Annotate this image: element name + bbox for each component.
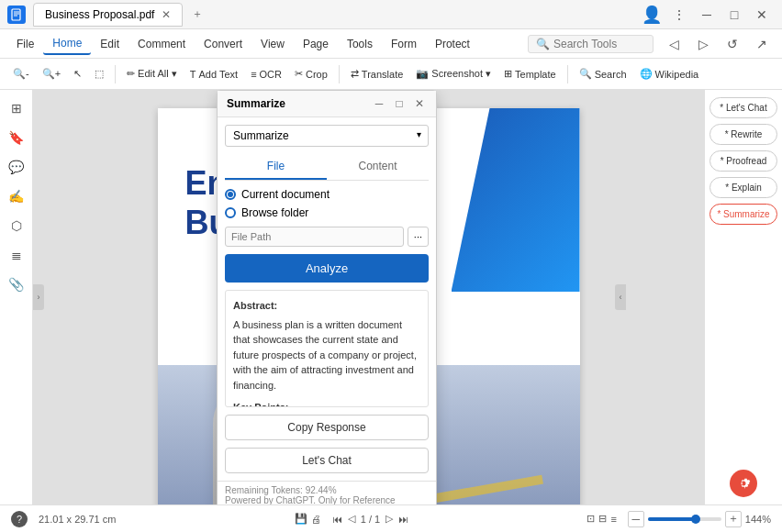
avatar-btn[interactable]: 👤 [639, 2, 665, 28]
radio-dot-current [225, 189, 236, 200]
refresh-btn[interactable]: ↺ [720, 31, 745, 57]
file-path-input[interactable] [225, 227, 404, 247]
menu-bar: File Home Edit Comment Convert View Page… [0, 29, 782, 59]
first-page-btn[interactable]: ⏮ [332, 514, 342, 525]
browse-file-btn[interactable]: ··· [408, 227, 429, 247]
next-page-btn[interactable]: ▷ [385, 513, 393, 525]
close-btn[interactable]: ✕ [749, 2, 775, 28]
zoom-in-status-btn[interactable]: ＋ [725, 511, 742, 527]
search-tools-bar[interactable]: 🔍 [528, 35, 654, 53]
wikipedia-btn[interactable]: 🌐 Wikipedia [634, 65, 705, 83]
scroll-icon[interactable]: ≡ [610, 514, 616, 525]
crop-label: Crop [306, 69, 328, 80]
chevron-right-icon: ‹ [620, 293, 622, 302]
ocr-btn[interactable]: ≡ OCR [245, 66, 287, 83]
zoom-out-btn[interactable]: 🔍- [7, 65, 35, 83]
menu-view[interactable]: View [251, 34, 294, 54]
radio-current-doc[interactable]: Current document [225, 188, 429, 201]
copy-response-btn[interactable]: Copy Response [225, 415, 429, 440]
crop-btn[interactable]: ✂ Crop [289, 65, 333, 83]
menu-tools[interactable]: Tools [338, 34, 382, 54]
tab-content[interactable]: Content [327, 154, 429, 180]
lets-chat-ai-btn[interactable]: * Let's Chat [709, 97, 777, 118]
dialog-maximize-btn[interactable]: □ [392, 96, 407, 111]
back-btn[interactable]: ◁ [661, 31, 687, 57]
sidebar-bookmark-icon[interactable]: 🔖 [6, 127, 28, 149]
summarize-ai-btn[interactable]: * Summarize [709, 204, 777, 225]
dialog-minimize-btn[interactable]: ─ [372, 96, 386, 111]
rewrite-ai-btn[interactable]: * Rewrite [709, 124, 777, 145]
menu-home[interactable]: Home [43, 33, 91, 55]
divider-2 [339, 65, 340, 83]
two-page-icon[interactable]: ⊟ [598, 513, 607, 525]
dialog-tabs: File Content [225, 154, 429, 181]
lets-chat-btn[interactable]: Let's Chat [225, 448, 429, 473]
zoom-slider[interactable] [648, 517, 721, 521]
translate-btn[interactable]: ⇄ Translate [345, 65, 408, 83]
forward-btn[interactable]: ▷ [690, 31, 716, 57]
search-btn[interactable]: 🔍 Search [574, 65, 632, 83]
select-btn[interactable]: ↖ [68, 65, 87, 83]
analyze-button[interactable]: Analyze [225, 254, 429, 283]
share-btn[interactable]: ↗ [749, 31, 775, 57]
screenshot-btn[interactable]: 📷 Screenshot ▾ [410, 65, 497, 83]
dialog-body: Summarize ▾ File Content Current documen… [218, 117, 436, 481]
ai-settings-btn[interactable] [730, 470, 757, 497]
file-path-row: ··· [225, 227, 429, 247]
prev-page-btn[interactable]: ◁ [348, 513, 355, 525]
abstract-title: Abstract: [233, 298, 420, 314]
menu-btn[interactable]: ⋮ [666, 2, 692, 28]
explain-ai-btn[interactable]: * Explain [709, 177, 777, 198]
menu-form[interactable]: Form [382, 34, 426, 54]
document-tab[interactable]: Business Proposal.pdf ✕ [33, 3, 183, 27]
radio-browse-folder[interactable]: Browse folder [225, 206, 429, 219]
tab-file[interactable]: File [225, 154, 327, 180]
maximize-btn[interactable]: □ [721, 2, 747, 28]
tab-area: Business Proposal.pdf ✕ ＋ [33, 3, 639, 27]
help-btn[interactable]: ? [11, 511, 28, 527]
page-number: 1 / 1 [361, 514, 380, 525]
crop-mode-btn[interactable]: ⬚ [89, 65, 109, 83]
menu-file[interactable]: File [7, 34, 43, 54]
proofread-ai-btn[interactable]: * Proofread [709, 150, 777, 172]
new-tab-btn[interactable]: ＋ [186, 4, 208, 26]
last-page-btn[interactable]: ⏭ [398, 514, 408, 525]
sidebar-thumbnail-icon[interactable]: ⊞ [6, 97, 28, 119]
text-icon: T [190, 69, 196, 80]
edit-all-btn[interactable]: ✏ Edit All ▾ [121, 65, 183, 83]
search-tools-input[interactable] [553, 38, 645, 50]
menu-edit[interactable]: Edit [91, 34, 128, 54]
template-btn[interactable]: ⊞ Template [498, 65, 562, 83]
dialog-close-btn[interactable]: ✕ [412, 96, 427, 111]
tab-close-btn[interactable]: ✕ [162, 8, 171, 21]
menu-convert[interactable]: Convert [195, 34, 251, 54]
status-bar: ? 21.01 x 29.71 cm 💾 🖨 ⏮ ◁ 1 / 1 ▷ ⏭ ⊡ ⊟… [0, 504, 782, 532]
sidebar-signature-icon[interactable]: ✍ [6, 185, 28, 207]
sidebar-comment-icon[interactable]: 💬 [6, 156, 28, 178]
sidebar-layers-icon[interactable]: ≣ [6, 244, 28, 266]
document-header-decoration [452, 108, 580, 292]
menu-page[interactable]: Page [294, 34, 338, 54]
zoom-in-btn[interactable]: 🔍+ [37, 65, 66, 83]
camera-icon: 📷 [416, 68, 429, 80]
save-icon[interactable]: 💾 [295, 513, 307, 525]
print-icon[interactable]: 🖨 [311, 514, 321, 525]
right-panel-toggle[interactable]: ‹ [615, 284, 626, 310]
add-text-btn[interactable]: T Add Text [184, 66, 243, 83]
dialog-footer: Remaining Tokens: 92.44% Powered by Chat… [218, 481, 436, 504]
template-icon: ⊞ [504, 68, 512, 80]
zoom-controls: ─ ＋ 144% [628, 511, 771, 527]
menu-comment[interactable]: Comment [128, 34, 195, 54]
scissors-icon: ✂ [295, 68, 303, 80]
menu-protect[interactable]: Protect [426, 34, 479, 54]
minimize-btn[interactable]: ─ [694, 2, 720, 28]
doc-size-label: 21.01 x 29.71 cm [39, 514, 116, 525]
sidebar-attachment-icon[interactable]: 📎 [6, 273, 28, 295]
summarize-type-dropdown[interactable]: Summarize [225, 125, 429, 147]
single-page-icon[interactable]: ⊡ [586, 513, 595, 525]
zoom-slider-fill [648, 517, 696, 521]
left-panel-toggle[interactable]: › [33, 284, 44, 310]
title-bar: Business Proposal.pdf ✕ ＋ 👤 ⋮ ─ □ ✕ [0, 0, 782, 29]
sidebar-stamp-icon[interactable]: ⬡ [6, 215, 28, 237]
zoom-out-status-btn[interactable]: ─ [628, 511, 644, 527]
